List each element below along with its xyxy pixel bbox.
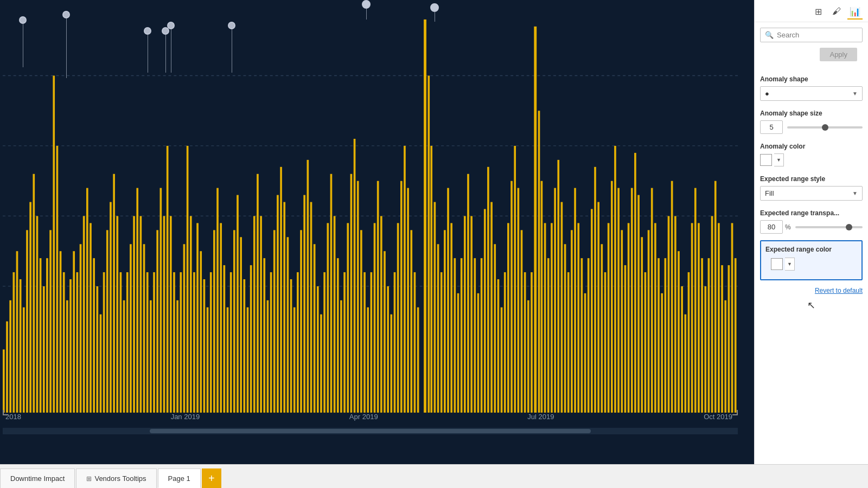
svg-rect-199 (654, 223, 656, 413)
expected-range-style-dropdown[interactable]: Fill ▼ (760, 186, 863, 201)
anomaly-color-swatch[interactable] (760, 154, 772, 166)
svg-rect-62 (193, 272, 195, 413)
resize-handle-bottom-left[interactable] (3, 410, 8, 415)
svg-rect-115 (371, 272, 373, 413)
chart-container: 2018 Jan 2019 Apr 2019 Jul 2019 Oct 2019 (0, 0, 754, 464)
downtime-impact-tab[interactable]: Downtime Impact (0, 468, 75, 488)
svg-rect-172 (564, 244, 566, 413)
svg-rect-193 (634, 153, 636, 413)
svg-rect-184 (604, 272, 607, 413)
svg-rect-68 (213, 230, 215, 413)
anomaly-color-row: ▼ (760, 153, 863, 166)
svg-rect-64 (200, 251, 202, 413)
svg-rect-78 (247, 307, 249, 413)
svg-rect-121 (390, 314, 392, 413)
expected-range-color-swatch[interactable] (771, 258, 783, 270)
svg-rect-117 (377, 181, 379, 413)
expected-range-transparency-slider[interactable] (795, 226, 863, 228)
svg-rect-209 (688, 272, 690, 413)
svg-rect-29 (83, 216, 85, 413)
cursor-area: ↖ (755, 300, 868, 311)
svg-rect-110 (354, 139, 356, 413)
vendors-tab-icon: ⊞ (86, 475, 92, 483)
panel-toolbar: ⊞ 🖌 📊 (755, 0, 868, 22)
format-icon-btn[interactable]: 🖌 (829, 4, 844, 20)
svg-rect-116 (374, 223, 376, 413)
expected-range-transparency-input[interactable] (760, 220, 783, 234)
svg-rect-162 (531, 272, 533, 413)
analytics-icon-btn[interactable]: 📊 (847, 4, 863, 20)
revert-to-default-link[interactable]: Revert to default (755, 285, 868, 300)
svg-rect-123 (397, 223, 399, 413)
add-tab-button[interactable]: + (202, 468, 221, 488)
svg-rect-103 (330, 174, 333, 413)
anomaly-shape-size-slider[interactable] (787, 126, 863, 129)
anomaly-color-dropdown-btn[interactable]: ▼ (774, 153, 784, 166)
anomaly-shape-dropdown[interactable]: ● ▼ (760, 86, 863, 101)
svg-rect-60 (187, 146, 189, 413)
vendors-tooltips-tab[interactable]: ⊞ Vendors Tooltips (76, 468, 156, 488)
chart-scrollbar[interactable] (3, 428, 738, 434)
anomaly-shape-size-input[interactable] (760, 120, 783, 134)
svg-rect-74 (233, 230, 235, 413)
svg-rect-140 (457, 293, 459, 413)
time-series-chart (3, 5, 738, 413)
svg-rect-124 (400, 181, 403, 413)
svg-rect-212 (698, 223, 700, 413)
anomaly-shape-size-row (760, 120, 863, 134)
resize-handle-bottom-right[interactable] (732, 410, 738, 415)
svg-rect-192 (631, 188, 633, 413)
svg-rect-7 (9, 300, 11, 413)
svg-rect-107 (343, 272, 346, 413)
svg-rect-51 (156, 230, 158, 413)
svg-rect-38 (113, 174, 115, 413)
svg-rect-125 (404, 146, 406, 413)
anomaly-pin-1 (19, 16, 27, 67)
svg-rect-122 (394, 272, 396, 413)
svg-rect-168 (551, 223, 553, 413)
svg-rect-14 (33, 174, 35, 413)
svg-rect-163 (534, 27, 537, 413)
svg-rect-63 (196, 223, 199, 413)
svg-rect-37 (110, 202, 112, 413)
search-input[interactable] (777, 31, 858, 39)
svg-rect-44 (133, 216, 135, 413)
svg-rect-148 (484, 209, 486, 413)
anomaly-pin-3 (144, 27, 151, 73)
svg-rect-53 (163, 216, 165, 413)
svg-rect-161 (527, 300, 529, 413)
svg-rect-73 (230, 272, 232, 413)
svg-rect-182 (597, 202, 599, 413)
svg-rect-40 (120, 272, 122, 413)
expected-range-style-value: Fill (765, 189, 774, 197)
svg-rect-166 (544, 223, 546, 413)
vendors-tooltips-tab-label: Vendors Tooltips (94, 474, 146, 483)
svg-rect-120 (387, 286, 389, 413)
expected-range-color-dropdown-btn[interactable]: ▼ (785, 258, 795, 271)
svg-rect-150 (490, 202, 493, 413)
apply-button[interactable]: Apply (820, 48, 857, 61)
svg-rect-66 (207, 307, 209, 413)
table-icon-btn[interactable]: ⊞ (810, 4, 826, 20)
svg-rect-75 (237, 195, 239, 413)
scrollbar-thumb[interactable] (150, 429, 591, 433)
svg-rect-91 (290, 279, 292, 413)
svg-rect-153 (501, 307, 503, 413)
svg-rect-222 (731, 223, 733, 413)
search-box: 🔍 (760, 28, 863, 42)
svg-rect-213 (701, 258, 703, 413)
add-tab-icon: + (208, 472, 215, 485)
svg-rect-98 (314, 244, 316, 413)
svg-rect-49 (150, 300, 152, 413)
anomaly-pin-6 (228, 22, 235, 73)
svg-rect-155 (507, 223, 509, 413)
anomaly-shape-size-label: Anomaly shape size (755, 105, 868, 119)
svg-rect-48 (146, 272, 149, 413)
svg-rect-104 (334, 216, 336, 413)
svg-rect-174 (571, 230, 573, 413)
svg-rect-185 (608, 223, 610, 413)
page1-tab[interactable]: Page 1 (158, 468, 201, 488)
svg-rect-106 (340, 300, 342, 413)
svg-rect-24 (66, 300, 68, 413)
svg-rect-189 (621, 230, 623, 413)
